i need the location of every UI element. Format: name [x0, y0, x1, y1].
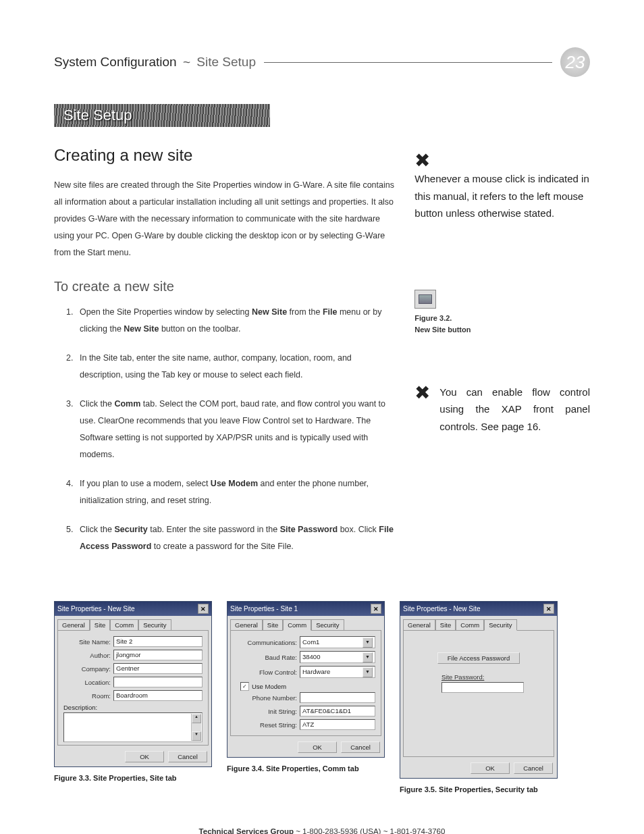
dialog-comm-tab: Site Properties - Site 1 ✕ General Site …	[227, 601, 385, 758]
new-site-button-icon	[414, 290, 436, 309]
label-location: Location:	[63, 679, 113, 686]
note-icon: ✖	[414, 384, 430, 436]
tab-security[interactable]: Security	[138, 619, 171, 631]
figures-row: Site Properties - New Site ✕ General Sit…	[54, 601, 590, 793]
checkbox-use-modem-row: ✓ Use Modem	[240, 682, 375, 691]
dialog-title: Site Properties - New Site	[57, 605, 135, 613]
side-column: ✖ Whenever a mouse click is indicated in…	[414, 146, 590, 567]
scrollbar[interactable]: ▲ ▼	[191, 714, 201, 741]
step-3: Click the Comm tab. Select the COM port,…	[76, 396, 394, 463]
select-communications[interactable]: Com1▼	[300, 636, 375, 648]
label-reset-string: Reset String:	[236, 721, 300, 729]
select-baud-rate[interactable]: 38400▼	[300, 651, 375, 663]
input-company[interactable]: Gentner	[113, 663, 203, 674]
ok-button[interactable]: OK	[471, 762, 510, 774]
label-baud-rate: Baud Rate:	[236, 654, 300, 661]
page-number: 23	[566, 52, 585, 73]
breadcrumb-page: Site Setup	[196, 55, 256, 69]
input-room[interactable]: Boardroom	[113, 690, 203, 701]
tab-site[interactable]: Site	[90, 619, 110, 631]
label-site-password: Site Password:	[441, 673, 548, 681]
titlebar: Site Properties - New Site ✕	[55, 602, 211, 616]
cancel-button[interactable]: Cancel	[168, 751, 207, 762]
sidenote-mouse-click: ✖	[414, 151, 590, 170]
close-icon[interactable]: ✕	[543, 604, 554, 614]
sidenote-flow-text: You can enable flow control using the XA…	[439, 384, 590, 436]
ok-button[interactable]: OK	[298, 741, 337, 753]
tab-comm[interactable]: Comm	[283, 619, 311, 631]
close-icon[interactable]: ✕	[198, 604, 209, 614]
step-5: Click the Security tab. Enter the site p…	[76, 521, 394, 555]
step-2: In the Site tab, enter the site name, au…	[76, 350, 394, 384]
footer-phone-intl: 1-801-974-3760	[390, 827, 446, 834]
tab-site[interactable]: Site	[263, 619, 283, 631]
footer-sep1: ~	[294, 827, 302, 834]
dialog-title: Site Properties - New Site	[403, 605, 481, 613]
tab-general[interactable]: General	[57, 619, 90, 631]
cancel-button[interactable]: Cancel	[514, 762, 553, 774]
section-banner-text: Site Setup	[63, 107, 132, 124]
ok-button[interactable]: OK	[125, 751, 164, 762]
tabs: General Site Comm Security	[55, 616, 211, 630]
input-site-name[interactable]: Site 2	[113, 636, 203, 647]
input-location[interactable]	[113, 677, 203, 687]
intro-paragraph: New site files are created through the S…	[54, 177, 394, 261]
label-phone-number: Phone Number:	[236, 694, 300, 702]
label-init-string: Init String:	[236, 708, 300, 715]
page-footer: Technical Services Group ~ 1-800-283-593…	[54, 827, 590, 834]
figure-3-4-caption: Figure 3.4. Site Properties, Comm tab	[227, 764, 383, 773]
page-header: System Configuration ~ Site Setup 23	[54, 47, 590, 77]
dialog-title: Site Properties - Site 1	[230, 605, 298, 613]
sidenote-mouse-click-text: Whenever a mouse click is indicated in t…	[414, 170, 590, 222]
file-access-password-button[interactable]: File Access Password	[437, 652, 520, 664]
figure-3-2: Figure 3.2. New Site button	[414, 290, 590, 336]
label-company: Company:	[63, 665, 113, 673]
cancel-button[interactable]: Cancel	[341, 741, 380, 753]
tabs: General Site Comm Security	[227, 616, 384, 630]
label-site-name: Site Name:	[63, 638, 113, 646]
textarea-description[interactable]: ▲ ▼	[63, 712, 203, 742]
heading-creating-new-site: Creating a new site	[54, 146, 394, 165]
input-phone-number[interactable]	[300, 692, 375, 703]
figure-3-2-caption-line1: Figure 3.2.	[414, 313, 590, 325]
input-site-password[interactable]	[441, 682, 524, 693]
step-4: If you plan to use a modem, select Use M…	[76, 475, 394, 509]
checkbox-use-modem[interactable]: ✓	[240, 682, 249, 691]
figure-3-5-caption: Figure 3.5. Site Properties, Security ta…	[400, 785, 556, 793]
tab-comm[interactable]: Comm	[456, 619, 484, 631]
tab-security[interactable]: Security	[484, 619, 516, 631]
tabs: General Site Comm Security	[400, 616, 557, 630]
titlebar: Site Properties - New Site ✕	[400, 602, 557, 616]
dialog-security-tab: Site Properties - New Site ✕ General Sit…	[400, 601, 558, 779]
note-icon: ✖	[414, 151, 430, 170]
select-flow-control[interactable]: Hardware▼	[300, 666, 375, 678]
tab-general[interactable]: General	[403, 619, 435, 631]
label-room: Room:	[63, 692, 113, 700]
close-icon[interactable]: ✕	[371, 604, 381, 614]
footer-group: Technical Services Group	[199, 827, 294, 834]
tab-general[interactable]: General	[230, 619, 263, 631]
breadcrumb-separator: ~	[180, 55, 193, 69]
chevron-down-icon: ▼	[363, 652, 373, 662]
dialog-site-tab: Site Properties - New Site ✕ General Sit…	[54, 601, 212, 767]
tab-site[interactable]: Site	[435, 619, 456, 631]
input-author[interactable]: jlongmor	[113, 650, 203, 660]
tab-security[interactable]: Security	[311, 619, 344, 631]
titlebar: Site Properties - Site 1 ✕	[227, 602, 384, 616]
figure-3-3-caption: Figure 3.3. Site Properties, Site tab	[54, 774, 211, 782]
label-use-modem: Use Modem	[252, 683, 286, 690]
section-banner: Site Setup	[54, 104, 270, 127]
sidenote-flow-control: ✖ You can enable flow control using the …	[414, 384, 590, 436]
breadcrumb-section: System Configuration	[54, 55, 177, 69]
input-init-string[interactable]: AT&FE0&C1&D1	[300, 706, 375, 716]
chevron-down-icon: ▼	[363, 637, 373, 648]
footer-phone-usa: 1-800-283-5936 (USA)	[302, 827, 381, 834]
label-flow-control: Flow Control:	[236, 669, 300, 676]
subheading-to-create: To create a new site	[54, 279, 394, 294]
input-reset-string[interactable]: ATZ	[300, 719, 375, 730]
step-1: Open the Site Properties window by selec…	[76, 304, 394, 338]
label-communications: Communications:	[236, 639, 300, 646]
figure-3-2-caption-line2: New Site button	[414, 324, 590, 336]
chevron-down-icon: ▼	[363, 667, 373, 677]
tab-comm[interactable]: Comm	[110, 619, 138, 631]
